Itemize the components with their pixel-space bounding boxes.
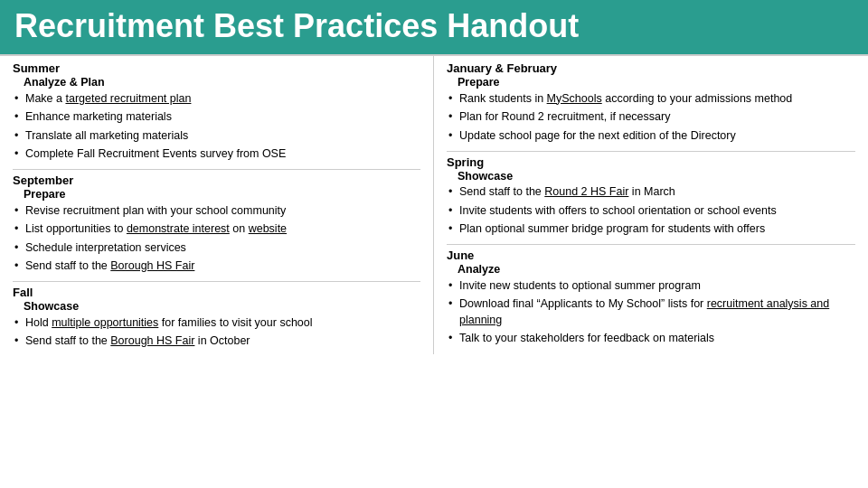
summer-title: Summer	[13, 61, 420, 75]
page-title: Recruitment Best Practices Handout	[14, 7, 854, 45]
list-item: •Send staff to the Borough HS Fair	[13, 258, 420, 277]
spring-items: •Send staff to the Round 2 HS Fair in Ma…	[447, 183, 855, 239]
list-item: •Send staff to the Round 2 HS Fair in Ma…	[447, 183, 855, 202]
myschools-link[interactable]: MySchools	[547, 92, 602, 105]
list-item: •Enhance marketing materials	[13, 108, 420, 127]
june-items: •Invite new students to optional summer …	[447, 277, 855, 348]
fall-title: Fall	[13, 286, 420, 299]
list-item: •List opportunities to demonstrate inter…	[13, 221, 420, 239]
round2-hs-fair-link[interactable]: Round 2 HS Fair	[544, 185, 628, 198]
right-column: January & February Prepare •Rank student…	[434, 56, 868, 354]
summer-subsection: Analyze & Plan	[24, 76, 420, 89]
list-item: •Make a targeted recruitment plan	[13, 89, 420, 108]
list-item: •Send staff to the Borough HS Fair in Oc…	[13, 333, 420, 352]
list-item: •Update school page for the next edition…	[447, 127, 855, 145]
spring-section: Spring Showcase •Send staff to the Round…	[447, 155, 855, 239]
list-item: •Talk to your stakeholders for feedback …	[447, 330, 855, 349]
borough-hs-fair-link-fall[interactable]: Borough HS Fair	[110, 334, 194, 347]
website-link[interactable]: website	[249, 222, 287, 235]
header: Recruitment Best Practices Handout	[0, 0, 868, 54]
borough-hs-fair-link-sep[interactable]: Borough HS Fair	[110, 259, 194, 272]
spring-title: Spring	[447, 155, 855, 169]
jan-feb-section: January & February Prepare •Rank student…	[447, 61, 855, 145]
fall-items: •Hold multiple opportunities for familie…	[13, 314, 420, 351]
list-item: •Invite students with offers to school o…	[447, 202, 855, 221]
fall-section: Fall Showcase •Hold multiple opportuniti…	[13, 286, 420, 351]
summer-section: Summer Analyze & Plan •Make a targeted r…	[13, 61, 420, 164]
left-column: Summer Analyze & Plan •Make a targeted r…	[0, 56, 434, 354]
list-item: •Invite new students to optional summer …	[447, 277, 855, 296]
september-items: •Revise recruitment plan with your schoo…	[13, 202, 420, 276]
september-section: September Prepare •Revise recruitment pl…	[13, 174, 420, 276]
jan-feb-title: January & February	[447, 61, 855, 75]
spring-subsection: Showcase	[458, 170, 855, 183]
list-item: •Plan for Round 2 recruitment, if necess…	[447, 108, 855, 127]
june-subsection: Analyze	[458, 263, 855, 276]
content: Summer Analyze & Plan •Make a targeted r…	[0, 54, 868, 354]
list-item: •Rank students in MySchools according to…	[447, 89, 855, 108]
multiple-opportunities-link[interactable]: multiple opportunities	[52, 316, 158, 329]
list-item: •Download final “Applicants to My School…	[447, 296, 855, 330]
targeted-recruitment-plan-link[interactable]: targeted recruitment plan	[65, 92, 191, 105]
list-item: •Plan optional summer bridge program for…	[447, 221, 855, 239]
summer-items: •Make a targeted recruitment plan •Enhan…	[13, 89, 420, 164]
list-item: •Schedule interpretation services	[13, 239, 420, 258]
june-section: June Analyze •Invite new students to opt…	[447, 249, 855, 348]
recruitment-analysis-link[interactable]: recruitment analysis and planning	[459, 297, 829, 326]
list-item: •Hold multiple opportunities for familie…	[13, 314, 420, 333]
jan-feb-items: •Rank students in MySchools according to…	[447, 89, 855, 145]
list-item: •Revise recruitment plan with your schoo…	[13, 202, 420, 221]
september-title: September	[13, 174, 420, 187]
jan-feb-subsection: Prepare	[458, 76, 855, 89]
september-subsection: Prepare	[24, 188, 420, 201]
demonstrate-interest-link[interactable]: demonstrate interest	[127, 222, 230, 235]
june-title: June	[447, 249, 855, 262]
fall-subsection: Showcase	[24, 300, 420, 313]
list-item: •Complete Fall Recruitment Events survey…	[13, 145, 420, 164]
list-item: •Translate all marketing materials	[13, 127, 420, 145]
